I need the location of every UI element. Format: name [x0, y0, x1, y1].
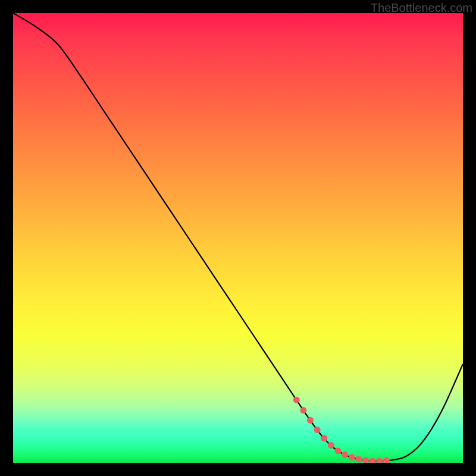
- optimal-dot: [293, 397, 300, 403]
- optimal-dot: [314, 427, 321, 433]
- optimal-dot: [355, 456, 362, 462]
- optimal-dot: [362, 457, 369, 463]
- optimal-dot: [349, 454, 355, 461]
- optimal-dot: [300, 407, 306, 414]
- optimal-dot: [369, 458, 376, 463]
- optimal-dot: [307, 417, 314, 424]
- chart-svg: [13, 13, 463, 463]
- plot-area: [13, 13, 463, 463]
- optimal-dot: [376, 458, 383, 463]
- optimal-dot: [321, 435, 327, 441]
- optimal-dot: [335, 447, 342, 454]
- watermark-text: TheBottleneck.com: [371, 1, 472, 15]
- optimal-dot: [342, 452, 348, 458]
- optimal-dot: [383, 458, 390, 463]
- optimal-dot: [328, 442, 334, 449]
- bottleneck-curve: [13, 13, 463, 461]
